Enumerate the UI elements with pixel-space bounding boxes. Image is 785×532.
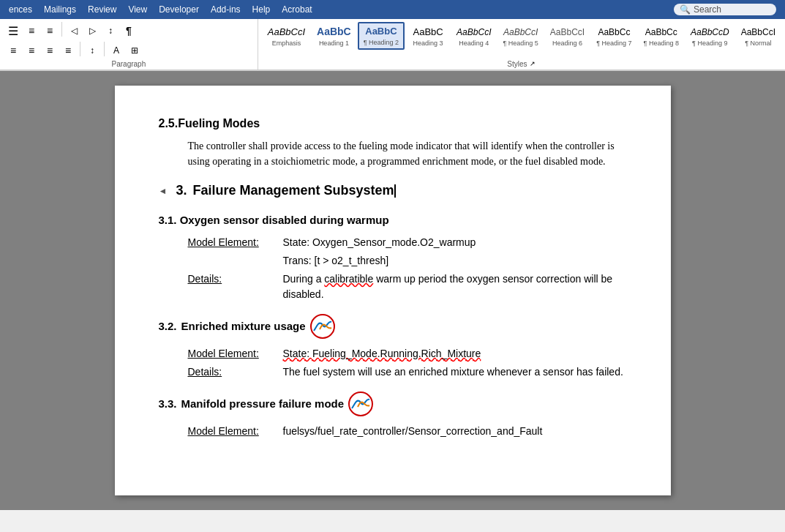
heading4-label: Heading 4 (459, 40, 489, 47)
style-heading9[interactable]: AaBbCcD ¶ Heading 9 (686, 24, 735, 49)
matlab-icon-3-2 (310, 314, 337, 340)
style-heading5[interactable]: AaBbCcI ¶ Heading 5 (497, 24, 543, 49)
styles-section-title: Styles (507, 60, 527, 68)
line-spacing-btn[interactable]: ↕ (83, 42, 101, 59)
styles-toolbar-row: ☰ ≡ ≡ ◁ ▷ ↕ ¶ ≡ ≡ ≡ ≡ ↕ (0, 19, 785, 70)
trans-label-3-1 (188, 253, 283, 269)
sort-btn[interactable]: ↕ (102, 22, 119, 40)
paragraph-label: Paragraph (112, 60, 146, 68)
section-3: ◄ 3. Failure Management Subsystem 3.1. O… (159, 181, 627, 439)
heading1-preview: AaBbC (317, 26, 351, 38)
menu-addins[interactable]: Add-ins (205, 3, 247, 16)
heading2-preview: AaBbC (365, 26, 397, 37)
menu-mailings[interactable]: Mailings (38, 3, 82, 16)
model-element-label-3-1: Model Element: (188, 235, 283, 250)
heading9-label: ¶ Heading 9 (692, 40, 727, 47)
section-2-5-body: The controller shall provide access to t… (188, 138, 627, 169)
style-heading1[interactable]: AaBbC Heading 1 (312, 23, 356, 50)
section-3-num: 3. (176, 181, 187, 201)
heading3-label: Heading 3 (413, 40, 443, 47)
heading7-label: ¶ Heading 7 (596, 40, 631, 47)
text-cursor (394, 184, 396, 198)
heading-3-main: ◄ 3. Failure Management Subsystem (159, 181, 627, 201)
ribbon: ences Mailings Review View Developer Add… (0, 0, 785, 71)
style-normal[interactable]: AaBbCcI ¶ Normal (736, 24, 781, 49)
align-right-btn[interactable]: ≡ (41, 42, 59, 59)
details-label-3-1: Details: (188, 271, 283, 302)
menu-acrobat[interactable]: Acrobat (276, 3, 318, 16)
styles-expand-icon[interactable]: ↗ (530, 60, 536, 68)
list-numbers-btn[interactable]: ≡ (23, 22, 40, 40)
styles-list: AaBbCcI Emphasis AaBbC Heading 1 AaBbC ¶… (263, 22, 781, 50)
style-heading4[interactable]: AaBbCcI Heading 4 (451, 24, 496, 49)
section-3-1-table: Model Element: State: Oxygen_Sensor_mode… (188, 235, 627, 302)
table-row-details-3-1: Details: During a calibratible warm up p… (188, 271, 627, 302)
heading8-label: ¶ Heading 8 (644, 40, 679, 47)
section-3-1: 3.1. Oxygen sensor disabled during warmu… (159, 212, 627, 302)
heading-3-1: 3.1. Oxygen sensor disabled during warmu… (159, 212, 627, 229)
heading6-label: Heading 6 (552, 40, 582, 47)
document-container: 2.5.Fueling Modes The controller shall p… (0, 71, 785, 510)
menu-review[interactable]: Review (82, 3, 122, 16)
model-element-value-3-2: State: Fueling_Mode.Running.Rich_Mixture (283, 346, 481, 361)
multilevel-list-btn[interactable]: ≡ (41, 22, 59, 40)
matlab-icon-3-3 (348, 391, 375, 418)
style-heading8[interactable]: AaBbCc ¶ Heading 8 (639, 24, 684, 49)
heading9-preview: AaBbCcD (691, 27, 729, 37)
align-center-btn[interactable]: ≡ (23, 42, 40, 59)
model-element-value-3-3: fuelsys/fuel_rate_controller/Sensor_corr… (283, 424, 543, 439)
style-emphasis[interactable]: AaBbCcI Emphasis (263, 23, 310, 50)
table-row-model-element-3-2: Model Element: State: Fueling_Mode.Runni… (188, 346, 627, 361)
menu-references[interactable]: ences (3, 3, 38, 16)
menu-developer[interactable]: Developer (153, 3, 205, 16)
section-3-3: 3.3. Manifold pressure failure mode (159, 391, 627, 439)
menu-help[interactable]: Help (247, 3, 277, 16)
details-value-3-2: The fuel system will use an enriched mix… (283, 364, 623, 380)
style-heading3[interactable]: AaBbC Heading 3 (406, 23, 450, 50)
heading6-preview: AaBbCcI (550, 27, 585, 37)
paragraph-tools: ☰ ≡ ≡ ◁ ▷ ↕ ¶ ≡ ≡ ≡ ≡ ↕ (4, 22, 253, 59)
section-2-5: 2.5.Fueling Modes The controller shall p… (159, 115, 627, 169)
decrease-indent-btn[interactable]: ◁ (65, 22, 83, 40)
misspelled-state-3-2: State: Fueling_Mode.Running.Rich_Mixture (283, 348, 481, 359)
increase-indent-btn[interactable]: ▷ (83, 22, 101, 40)
menu-view[interactable]: View (122, 3, 153, 16)
style-heading6[interactable]: AaBbCcI Heading 6 (545, 24, 590, 49)
model-element-label-3-3: Model Element: (188, 424, 283, 439)
table-row-model-element-3-3: Model Element: fuelsys/fuel_rate_control… (188, 424, 627, 439)
table-row-model-element-3-1: Model Element: State: Oxygen_Sensor_mode… (188, 235, 627, 250)
emphasis-preview: AaBbCcI (268, 26, 305, 38)
table-row-details-3-2: Details: The fuel system will use an enr… (188, 364, 627, 380)
heading-2-5: 2.5.Fueling Modes (159, 115, 627, 132)
heading5-label: ¶ Heading 5 (503, 40, 538, 47)
justify-btn[interactable]: ≡ (59, 42, 77, 59)
trans-value-3-1: Trans: [t > o2_t_thresh] (283, 253, 389, 269)
section-3-2: 3.2. Enriched mixture usage (159, 314, 627, 380)
show-marks-btn[interactable]: ¶ (120, 22, 138, 40)
emphasis-label: Emphasis (272, 40, 301, 47)
styles-section: AaBbCcI Emphasis AaBbC Heading 1 AaBbC ¶… (258, 19, 785, 70)
section-2-5-text: The controller shall provide access to t… (188, 138, 627, 169)
heading3-preview: AaBbC (413, 26, 443, 38)
normal-preview: AaBbCcI (741, 27, 775, 37)
model-element-label-3-2: Model Element: (188, 346, 283, 361)
heading-3-3: 3.3. Manifold pressure failure mode (159, 391, 627, 418)
heading5-preview: AaBbCcI (503, 27, 538, 37)
heading4-preview: AaBbCcI (457, 27, 491, 37)
collapse-arrow-3[interactable]: ◄ (159, 184, 168, 198)
borders-btn[interactable]: ⊞ (126, 42, 143, 59)
list-bullets-btn[interactable]: ☰ (4, 22, 22, 40)
details-value-3-1: During a calibratible warm up period the… (283, 271, 627, 302)
align-left-btn[interactable]: ≡ (4, 42, 22, 59)
section-3-heading: Failure Management Subsystem (192, 181, 395, 201)
heading7-preview: AaBbCc (598, 27, 630, 37)
normal-label: ¶ Normal (745, 40, 771, 47)
heading1-label: Heading 1 (319, 40, 349, 47)
misspelled-word-3-1: calibratible (324, 273, 373, 285)
menu-bar: ences Mailings Review View Developer Add… (0, 0, 785, 19)
style-heading2[interactable]: AaBbC ¶ Heading 2 (358, 22, 405, 50)
style-heading7[interactable]: AaBbCc ¶ Heading 7 (591, 24, 636, 49)
search-icon: 🔍 (680, 4, 691, 15)
highlight-btn[interactable]: A (108, 42, 125, 59)
document-page[interactable]: 2.5.Fueling Modes The controller shall p… (115, 86, 671, 495)
